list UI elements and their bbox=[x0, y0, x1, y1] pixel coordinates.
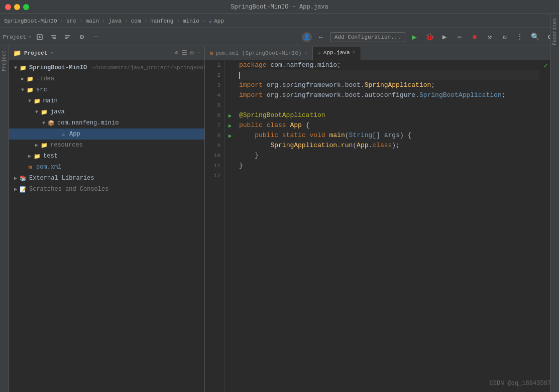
breadcrumb-project[interactable]: SpringBoot-MinIO bbox=[4, 18, 57, 24]
code-line-9: SpringApplication.run(App.class); bbox=[239, 141, 539, 151]
main-folder-icon: 📁 bbox=[33, 97, 41, 105]
code-line-8: public static void main(String[] args) { bbox=[239, 130, 539, 141]
add-configuration-button[interactable]: Add Configuration... bbox=[330, 32, 405, 42]
tab-app[interactable]: ☕ App.java × bbox=[313, 47, 361, 60]
window-controls[interactable] bbox=[5, 4, 29, 10]
run-button[interactable]: ▶ bbox=[408, 31, 420, 43]
app-tab-close[interactable]: × bbox=[353, 50, 356, 56]
app-tab-icon: ☕ bbox=[318, 50, 321, 56]
sort-button[interactable] bbox=[62, 31, 74, 43]
close-panel-button[interactable]: − bbox=[90, 31, 102, 43]
line-10: 10 bbox=[205, 151, 225, 161]
run-line-5 bbox=[225, 100, 235, 110]
locate-icon[interactable]: ⊕ bbox=[175, 49, 178, 57]
back-button[interactable]: ← bbox=[315, 31, 327, 43]
main-label: main bbox=[43, 97, 58, 104]
run-coverage-button[interactable]: ▶ bbox=[438, 31, 451, 43]
line-4: 4 bbox=[205, 90, 225, 100]
tree-scratches[interactable]: ▶ 📝 Scratches and Consoles bbox=[9, 184, 204, 195]
src-folder-icon: 📁 bbox=[26, 86, 34, 94]
settings-button[interactable]: ⚙ bbox=[76, 31, 88, 43]
run-line-4 bbox=[225, 90, 235, 100]
favorites-sidebar: Favorites ★ bbox=[550, 14, 559, 392]
run-line-2 bbox=[225, 70, 235, 80]
stop-button[interactable]: ■ bbox=[469, 31, 481, 43]
resources-label: resources bbox=[50, 142, 83, 149]
breadcrumb-minio[interactable]: minio bbox=[183, 18, 199, 24]
app-java-icon: ☕ bbox=[59, 130, 67, 138]
breadcrumb-nanfeng[interactable]: nanfeng bbox=[150, 18, 173, 24]
ext-lib-label: External Libraries bbox=[29, 175, 94, 182]
user-icon[interactable]: 👤 bbox=[302, 32, 312, 42]
project-panel: 📁 Project ▾ ⊕ ☰ ⚙ − ▼ 📁 SpringBoot-MinIO… bbox=[9, 46, 205, 392]
line-9: 9 bbox=[205, 141, 225, 151]
code-line-12 bbox=[239, 171, 539, 181]
close-panel-icon[interactable]: − bbox=[197, 50, 200, 57]
build-button[interactable]: ⚒ bbox=[484, 31, 496, 43]
tree-test[interactable]: ▶ 📁 test bbox=[9, 151, 204, 162]
tree-ext-libs[interactable]: ▶ 📚 External Libraries bbox=[9, 173, 204, 184]
tree-main[interactable]: ▼ 📁 main bbox=[9, 95, 204, 106]
project-panel-toggle[interactable]: Project bbox=[1, 48, 8, 73]
line-3: 3 bbox=[205, 80, 225, 90]
maximize-button[interactable] bbox=[23, 4, 29, 10]
tab-pom[interactable]: m pom.xml (SpringBoot-MinIO) × bbox=[205, 47, 313, 60]
run-icon-class2[interactable]: ▶ bbox=[229, 122, 232, 129]
app-tab-label: App.java bbox=[323, 50, 350, 56]
favorites-panel-toggle[interactable]: Favorites bbox=[551, 16, 558, 47]
main-layout: Project 📁 Project ▾ ⊕ ☰ ⚙ − ▼ 📁 SpringBo… bbox=[0, 46, 559, 392]
line-8: 8 bbox=[205, 130, 225, 141]
project-label: Project bbox=[3, 34, 26, 40]
collapse-tree-icon[interactable]: ☰ bbox=[182, 49, 187, 57]
tree-src[interactable]: ▼ 📁 src bbox=[9, 84, 204, 95]
update-button[interactable]: ↻ bbox=[499, 31, 511, 43]
line-12: 12 bbox=[205, 171, 225, 181]
tree-package[interactable]: ▼ 📦 com.nanfeng.minio bbox=[9, 117, 204, 128]
left-panel-strip: Project bbox=[0, 46, 9, 392]
tree-resources[interactable]: ▶ 📁 resources bbox=[9, 140, 204, 151]
toolbar-right: 👤 ← Add Configuration... ▶ 🐞 ▶ ⋯ ■ ⚒ ↻ ⋮… bbox=[302, 31, 556, 43]
tree-settings-icon[interactable]: ⚙ bbox=[190, 49, 194, 57]
run-line-6: ▶ bbox=[225, 110, 235, 120]
breadcrumb-src[interactable]: src bbox=[66, 18, 76, 24]
idea-label: .idea bbox=[36, 75, 54, 82]
line-5: 5 bbox=[205, 100, 225, 110]
src-label: src bbox=[36, 86, 47, 93]
pom-label: pom.xml bbox=[36, 164, 61, 171]
window-title: SpringBoot-MinIO – App.java bbox=[231, 4, 328, 11]
java-folder-icon: 📁 bbox=[40, 108, 48, 116]
tree-idea[interactable]: ▶ 📁 .idea bbox=[9, 73, 204, 84]
more-run-button[interactable]: ⋯ bbox=[454, 31, 466, 43]
code-editor[interactable]: 1 2 3 4 5 6 7 8 9 10 11 12 bbox=[205, 60, 550, 392]
breadcrumb-com[interactable]: com bbox=[131, 18, 141, 24]
tree-root[interactable]: ▼ 📁 SpringBoot-MinIO ~/Documents/java_pr… bbox=[9, 62, 204, 73]
run-line-3 bbox=[225, 80, 235, 90]
idea-folder-icon: 📁 bbox=[26, 75, 34, 83]
project-panel-title: Project bbox=[24, 50, 47, 56]
run-icon-class[interactable]: ▶ bbox=[229, 112, 232, 119]
pom-tab-close[interactable]: × bbox=[304, 51, 307, 56]
tabs-bar: m pom.xml (SpringBoot-MinIO) × ☕ App.jav… bbox=[205, 46, 550, 60]
search-everywhere-button[interactable]: 🔍 bbox=[529, 31, 541, 43]
debug-button[interactable]: 🐞 bbox=[423, 31, 435, 43]
collapse-all-button[interactable] bbox=[48, 31, 60, 43]
project-dropdown-icon[interactable]: ▾ bbox=[28, 34, 32, 40]
run-icon-main[interactable]: ▶ bbox=[229, 133, 232, 139]
tree-pom[interactable]: m pom.xml bbox=[9, 162, 204, 173]
code-content[interactable]: package com.nanfeng.minio; import org.sp… bbox=[235, 60, 543, 392]
test-folder-icon: 📁 bbox=[33, 152, 41, 160]
minimize-button[interactable] bbox=[14, 4, 20, 10]
code-line-11: } bbox=[239, 161, 539, 171]
test-label: test bbox=[43, 153, 58, 160]
new-directory-button[interactable] bbox=[34, 31, 46, 43]
tree-java[interactable]: ▼ 📁 java bbox=[9, 106, 204, 117]
breadcrumb-app[interactable]: App bbox=[214, 18, 224, 24]
more-tools-button[interactable]: ⋮ bbox=[514, 31, 526, 43]
right-gutter: ✓ bbox=[543, 60, 550, 392]
close-button[interactable] bbox=[5, 4, 11, 10]
project-dropdown-arrow[interactable]: ▾ bbox=[50, 50, 54, 56]
run-line-12 bbox=[225, 171, 235, 181]
breadcrumb-java[interactable]: java bbox=[108, 18, 122, 24]
breadcrumb-main[interactable]: main bbox=[86, 18, 99, 24]
tree-app[interactable]: ☕ App bbox=[9, 128, 204, 140]
